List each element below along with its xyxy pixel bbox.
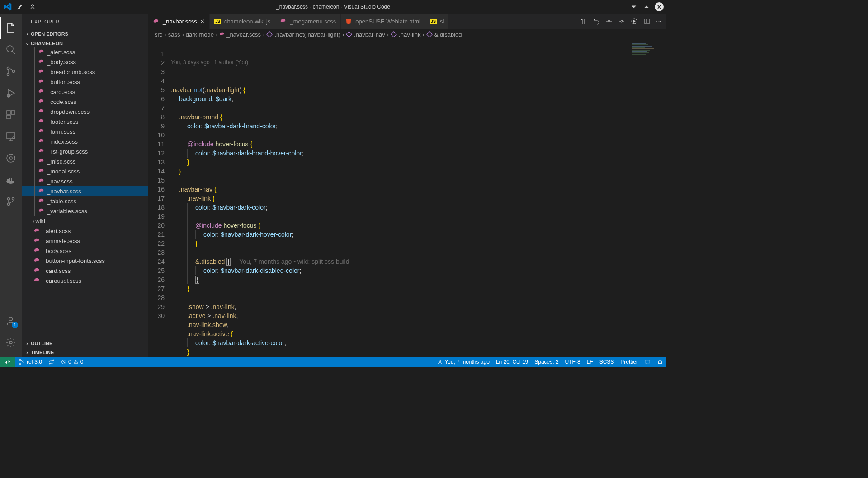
activity-explorer[interactable] xyxy=(0,17,22,39)
code-line[interactable]: } xyxy=(171,347,666,356)
code-line[interactable]: color: $navbar-dark-brand-hover-color; xyxy=(171,149,666,158)
file-item[interactable]: _index.scss xyxy=(22,136,148,146)
file-item[interactable]: _footer.scss xyxy=(22,117,148,127)
file-item[interactable]: _navbar.scss xyxy=(22,186,148,196)
status-branch[interactable]: rel-3.0 xyxy=(15,357,45,367)
prev-change-icon[interactable] xyxy=(605,18,613,25)
file-item[interactable]: _carousel.scss xyxy=(22,276,148,286)
file-item[interactable]: _modal.scss xyxy=(22,166,148,176)
file-item[interactable]: _code.scss xyxy=(22,97,148,107)
activity-remote-explorer[interactable] xyxy=(0,126,22,147)
breadcrumb-item[interactable]: .navbar:not(.navbar-light) xyxy=(266,31,340,38)
breadcrumb-item[interactable]: sass xyxy=(168,31,180,38)
code-line[interactable]: @include hover-focus { xyxy=(171,221,666,230)
file-item[interactable]: _dropdown.scss xyxy=(22,107,148,117)
breadcrumb[interactable]: src›sass›dark-mode›_navbar.scss›.navbar:… xyxy=(148,29,666,39)
undo-icon[interactable] xyxy=(593,18,600,25)
activity-gitlens[interactable] xyxy=(0,147,22,169)
sidebar-more-icon[interactable]: ⋯ xyxy=(138,19,143,24)
tab[interactable]: _navbar.scss✕ xyxy=(148,14,210,29)
status-remote[interactable] xyxy=(0,357,15,367)
chevron-up-icon[interactable] xyxy=(642,2,651,11)
file-item[interactable]: _card.scss xyxy=(22,266,148,276)
breadcrumb-item[interactable]: .navbar-nav xyxy=(346,31,385,38)
code-line[interactable]: } xyxy=(171,167,666,176)
section-open-editors[interactable]: ›OPEN EDITORS xyxy=(22,30,148,37)
next-change-icon[interactable] xyxy=(618,18,625,25)
status-position[interactable]: Ln 20, Col 19 xyxy=(493,357,531,367)
section-timeline[interactable]: ›TIMELINE xyxy=(22,349,148,356)
code-line[interactable]: color: $navbar-dark-brand-color; xyxy=(171,122,666,131)
file-item[interactable]: _breadcrumb.scss xyxy=(22,67,148,77)
code-line[interactable] xyxy=(171,248,666,257)
status-eol[interactable]: LF xyxy=(584,357,596,367)
status-sync[interactable] xyxy=(45,357,58,367)
file-item[interactable]: _variables.scss xyxy=(22,206,148,216)
activity-github[interactable] xyxy=(0,191,22,212)
activity-settings[interactable] xyxy=(0,332,22,353)
code-line[interactable]: } xyxy=(171,239,666,248)
activity-account[interactable]: 1 xyxy=(0,310,22,332)
breadcrumb-item[interactable]: _navbar.scss xyxy=(219,31,261,38)
breadcrumb-item[interactable]: &.disabled xyxy=(426,31,462,38)
close-button[interactable]: ✕ xyxy=(655,2,664,11)
code-line[interactable]: &.disabled { You, 7 months ago • wiki: s… xyxy=(171,257,666,266)
file-item[interactable]: _button.scss xyxy=(22,77,148,87)
minimap[interactable] xyxy=(630,39,666,357)
code-line[interactable] xyxy=(171,293,666,302)
code-line[interactable] xyxy=(171,212,666,221)
run-icon[interactable] xyxy=(631,18,638,25)
status-bell-icon[interactable] xyxy=(654,357,666,367)
file-item[interactable]: _card.scss xyxy=(22,87,148,97)
breadcrumb-item[interactable]: src xyxy=(155,31,162,38)
activity-search[interactable] xyxy=(0,39,22,61)
chevron-up-double-icon[interactable] xyxy=(28,2,37,11)
file-item[interactable]: _form.scss xyxy=(22,127,148,136)
code-line[interactable]: .navbar-nav { xyxy=(171,185,666,194)
code-line[interactable]: background: $dark; xyxy=(171,94,666,103)
folder-item[interactable]: ›wiki xyxy=(22,216,148,226)
activity-source-control[interactable] xyxy=(0,61,22,82)
file-item[interactable]: _body.scss xyxy=(22,246,148,256)
file-item[interactable]: _body.scss xyxy=(22,57,148,67)
tab[interactable]: JSsi xyxy=(425,14,449,29)
breadcrumb-item[interactable]: dark-mode xyxy=(186,31,214,38)
compare-icon[interactable] xyxy=(580,18,587,25)
code-line[interactable]: @include hover-focus { xyxy=(171,140,666,149)
code-line[interactable]: color: $navbar-dark-color; xyxy=(171,203,666,212)
activity-extensions[interactable] xyxy=(0,104,22,126)
breadcrumb-item[interactable]: .nav-link xyxy=(391,31,420,38)
pin-icon[interactable] xyxy=(15,2,24,11)
close-icon[interactable]: ✕ xyxy=(200,18,205,25)
status-problems[interactable]: 0 0 xyxy=(58,357,86,367)
code-line[interactable]: .active > .nav-link, xyxy=(171,311,666,320)
split-icon[interactable] xyxy=(643,18,651,25)
code-line[interactable] xyxy=(171,176,666,185)
section-project[interactable]: ⌄CHAMELEON xyxy=(22,39,148,47)
activity-run-debug[interactable] xyxy=(0,82,22,104)
code-line[interactable]: } xyxy=(171,284,666,293)
chevron-down-icon[interactable] xyxy=(629,2,638,11)
file-item[interactable]: _list-group.scss xyxy=(22,146,148,156)
code-line[interactable]: .show > .nav-link, xyxy=(171,302,666,311)
status-formatter[interactable]: Prettier xyxy=(617,357,641,367)
file-tree[interactable]: _alert.scss_body.scss_breadcrumb.scss_bu… xyxy=(22,47,148,338)
status-encoding[interactable]: UTF-8 xyxy=(562,357,584,367)
code-line[interactable]: } xyxy=(171,158,666,167)
code-line[interactable]: .nav-link.active { xyxy=(171,329,666,338)
tab[interactable]: JSchameleon-wiki.js xyxy=(210,14,276,29)
status-feedback-icon[interactable] xyxy=(641,357,654,367)
file-item[interactable]: _animate.scss xyxy=(22,236,148,246)
code-line[interactable]: color: $navbar-dark-disabled-color; xyxy=(171,266,666,275)
status-blame[interactable]: You, 7 months ago xyxy=(434,357,493,367)
file-item[interactable]: _alert.scss xyxy=(22,47,148,57)
file-item[interactable]: _button-input-fonts.scss xyxy=(22,256,148,266)
code-line[interactable] xyxy=(171,103,666,112)
file-item[interactable]: _misc.scss xyxy=(22,156,148,166)
code-editor[interactable]: You, 3 days ago | 1 author (You) .navbar… xyxy=(171,39,666,357)
more-icon[interactable]: ⋯ xyxy=(656,18,662,25)
status-spaces[interactable]: Spaces: 2 xyxy=(531,357,561,367)
code-line[interactable]: color: $navbar-dark-hover-color; xyxy=(171,230,666,239)
activity-docker[interactable] xyxy=(0,169,22,191)
tab[interactable]: openSUSE Weblate.html xyxy=(341,14,425,29)
